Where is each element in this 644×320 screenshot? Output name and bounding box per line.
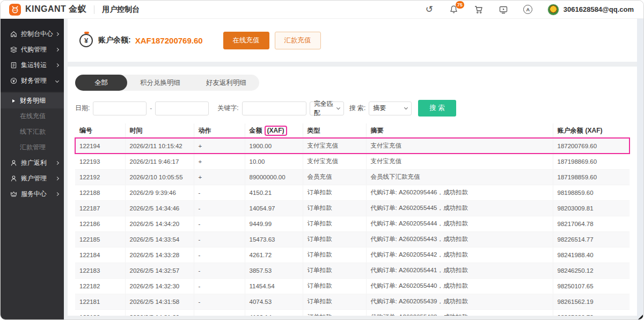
table-cell: 代购订单: A2602055441，成功扣款	[366, 263, 553, 278]
sidebar-item-account-management[interactable]: 账户管理	[1, 171, 64, 186]
search-field-select[interactable]: 摘要	[369, 101, 412, 115]
table-cell: 2026/2/5 14:34:20	[125, 216, 194, 231]
sidebar-item-finance-management[interactable]: 财务管理	[1, 73, 64, 89]
column-header: 类型	[303, 123, 366, 138]
table-cell: 122182	[75, 278, 125, 294]
table-cell: -	[194, 247, 245, 263]
table-cell: 98250107.65	[553, 278, 630, 294]
table-cell: 122186	[75, 216, 125, 231]
sidebar-subitem-finance-detail[interactable]: 财务明细	[1, 93, 64, 108]
table-cell: 122194	[75, 138, 125, 154]
table-cell: 2026/2/5 14:33:28	[125, 247, 194, 263]
sidebar-item-promotion-rebate[interactable]: 推广返利	[1, 155, 64, 171]
table-cell: 订单扣款	[303, 200, 366, 216]
monitor-icon[interactable]	[498, 4, 509, 15]
sidebar-item-service-center[interactable]: 服务中心	[1, 186, 64, 202]
table-row[interactable]: 1221812026/2/5 14:31:58-4074.53订单扣款代购订单:…	[75, 294, 630, 309]
user-icon	[10, 175, 17, 183]
table-cell: 122187	[75, 200, 125, 216]
table-cell: 89000000.00	[245, 169, 303, 185]
table-row[interactable]: 1221922026/2/10 10:05:55+89000000.00会员充值…	[75, 169, 630, 185]
table-cell: 支付宝充值	[303, 154, 366, 169]
table-row[interactable]: 1221872026/2/5 14:34:46-14054.97订单扣款代购订单…	[75, 200, 630, 216]
table-cell: 3857.53	[245, 263, 303, 278]
table-row[interactable]: 1221942026/2/11 10:15:42+1900.00支付宝充值支付宝…	[75, 138, 630, 154]
search-button[interactable]: 搜 索	[418, 100, 456, 117]
table-cell: -	[194, 309, 245, 316]
match-mode-select[interactable]: 完全匹配	[310, 101, 344, 115]
sidebar-subitem-online-recharge[interactable]: 在线充值	[1, 108, 64, 124]
table-cell: 2026/2/5 14:33:54	[125, 231, 194, 247]
column-header: 动作	[194, 123, 245, 138]
table-cell: 122184	[75, 247, 125, 263]
scrollbar-track[interactable]	[637, 19, 643, 319]
sidebar: 控制台中心 代购管理 集运转运 财务管理	[1, 19, 64, 320]
tab-points-exchange-detail[interactable]: 积分兑换明细	[127, 75, 193, 91]
sidebar-item-console-center[interactable]: 控制台中心	[1, 26, 64, 42]
sidebar-subitem-offline-remittance[interactable]: 线下汇款	[1, 124, 64, 140]
table-row[interactable]: 1221852026/2/5 14:33:54-15473.63订单扣款代购订单…	[75, 231, 630, 247]
table-cell: 98203009.81	[553, 200, 630, 216]
table-row[interactable]: 1221842026/2/5 14:33:28-4261.72订单扣款代购订单:…	[75, 247, 630, 263]
user-icon	[10, 159, 17, 167]
top-bar: KINGANT 金蚁 用户控制台 ↺ 75 A 3061628584@qq.co…	[1, 1, 643, 19]
notification-bell-icon[interactable]: 75	[449, 4, 459, 15]
user-chip[interactable]: 3061628584@qq.com	[547, 4, 634, 16]
table-cell: 代购订单: A2602095446，成功扣款	[366, 185, 553, 200]
history-icon[interactable]: ↺	[424, 4, 435, 15]
table-cell: 4261.72	[245, 247, 303, 263]
table-cell: +	[194, 138, 245, 154]
page-title: 用户控制台	[102, 5, 140, 14]
circle-a-icon[interactable]: A	[523, 4, 533, 15]
column-header: 编号	[75, 123, 125, 138]
remit-recharge-button[interactable]: 汇款充值	[275, 32, 321, 49]
table-row[interactable]: 1221932026/2/11 9:46:17+10.00支付宝充值支付宝充值1…	[75, 154, 630, 169]
table-row[interactable]: 1221832026/2/5 14:32:57-3857.53订单扣款代购订单:…	[75, 263, 630, 278]
main-content: ¥ 账户余额: XAF187200769.60 在线充值 汇款充值 全部 积分兑…	[64, 19, 643, 320]
table-cell: -	[194, 185, 245, 200]
table-cell: 代购订单: A2602055440，成功扣款	[366, 278, 553, 294]
online-recharge-button[interactable]: 在线充值	[223, 32, 269, 49]
avatar	[547, 4, 559, 16]
keyword-label: 关键字:	[217, 104, 238, 113]
cart-icon[interactable]	[473, 4, 484, 15]
notification-badge: 75	[456, 1, 464, 9]
table-cell: 98261562.19	[553, 294, 630, 309]
table-row[interactable]: 1221862026/2/5 14:34:20-9449.99订单扣款代购订单:…	[75, 216, 630, 231]
brand-name: KINGANT 金蚁	[25, 4, 86, 15]
table-cell: 2026/2/5 14:31:58	[125, 294, 194, 309]
table-cell: -	[194, 263, 245, 278]
table-cell: 98241988.40	[553, 247, 630, 263]
chevron-right-icon	[55, 32, 59, 36]
sidebar-subitem-remittance-management[interactable]: 汇款管理	[1, 140, 64, 155]
user-email: 3061628584@qq.com	[564, 5, 634, 13]
table-cell: 代购订单: A2602055443，成功扣款	[366, 231, 553, 247]
balance-amount: XAF187200769.60	[135, 36, 203, 45]
tab-all[interactable]: 全部	[75, 75, 127, 91]
home-icon	[10, 31, 17, 38]
table-cell: 会员线下汇款充值	[366, 169, 553, 185]
document-icon	[10, 62, 17, 69]
sidebar-item-daigou-management[interactable]: 代购管理	[1, 42, 64, 57]
date-start-input[interactable]	[93, 101, 147, 115]
keyword-input[interactable]	[242, 101, 306, 115]
table-row[interactable]: 1221802026/2/5 14:31:29-4162.14订单扣款代购订单:…	[75, 309, 630, 316]
table-cell: 订单扣款	[303, 216, 366, 231]
table-row[interactable]: 1221822026/2/5 14:32:30-11454.54订单扣款代购订单…	[75, 278, 630, 294]
sidebar-item-consolidated-shipping[interactable]: 集运转运	[1, 57, 64, 73]
active-triangle-icon	[12, 99, 15, 103]
table-cell: +	[194, 169, 245, 185]
table-cell: 代购订单: A2602055445，成功扣款	[366, 200, 553, 216]
tab-friend-rebate-detail[interactable]: 好友返利明细	[193, 75, 259, 91]
date-end-input[interactable]	[155, 101, 209, 115]
table-cell: 1900.00	[245, 138, 303, 154]
table-cell: 122193	[75, 154, 125, 169]
table-cell: 2026/2/5 14:34:46	[125, 200, 194, 216]
tabs: 全部 积分兑换明细 好友返利明细	[75, 75, 259, 91]
table-cell: 15473.63	[245, 231, 303, 247]
table-header-row: 编号时间动作金额(XAF)类型摘要账户余额(XAF)	[75, 123, 630, 138]
table-cell: 支付宝充值	[366, 138, 553, 154]
table-row[interactable]: 1221882026/2/9 9:39:46-4150.21订单扣款代购订单: …	[75, 185, 630, 200]
column-header: 摘要	[366, 123, 553, 138]
table-cell: 122183	[75, 263, 125, 278]
